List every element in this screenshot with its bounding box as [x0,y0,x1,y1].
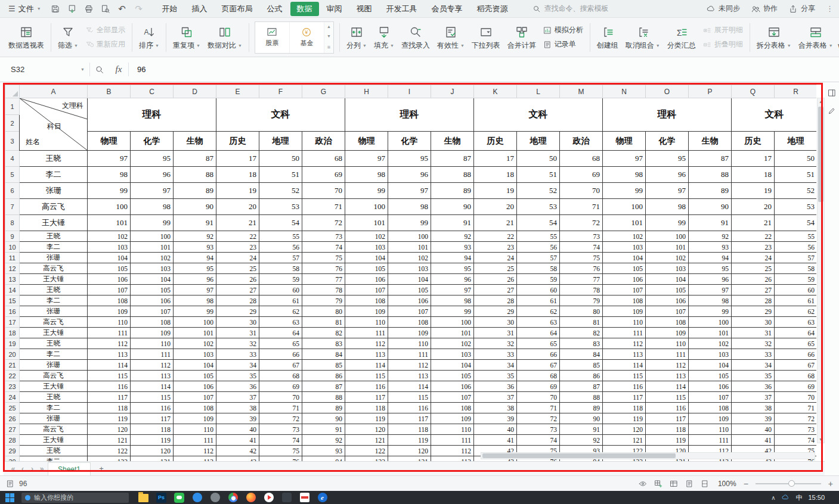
cell-H7[interactable]: 100 [345,199,388,215]
cell-I8[interactable]: 99 [388,215,431,231]
cell-N27[interactable]: 120 [603,424,646,435]
row-header-10[interactable]: 10 [5,242,20,253]
cell-H13[interactable]: 106 [345,274,388,285]
cell-R28[interactable]: 74 [775,435,817,446]
cell-B27[interactable]: 120 [88,424,131,435]
start-button[interactable] [4,493,16,502]
cell-L19[interactable]: 65 [517,338,560,349]
cell-Q23[interactable]: 36 [732,381,775,392]
cell-P18[interactable]: 101 [689,328,732,338]
cell-F10[interactable]: 56 [259,242,302,253]
cell-P10[interactable]: 93 [689,242,732,253]
cell-C13[interactable]: 104 [131,274,174,285]
cell-M26[interactable]: 90 [560,413,603,424]
cell-K22[interactable]: 35 [474,371,517,381]
scroll-down-icon[interactable]: ▼ [818,437,824,441]
cell-N14[interactable]: 107 [603,285,646,295]
cell-I24[interactable]: 115 [388,392,431,403]
cell-E6[interactable]: 19 [216,183,259,199]
merged-header-文科-4[interactable]: 文科 [474,98,603,132]
cell-B9[interactable]: 102 [88,231,131,242]
cell-F14[interactable]: 60 [259,285,302,295]
cell-P11[interactable]: 94 [689,253,732,263]
sheet-nav-first-icon[interactable]: « [8,465,18,473]
cell-J5[interactable]: 88 [431,167,474,183]
cell-P20[interactable]: 103 [689,349,732,360]
cell-H22[interactable]: 115 [345,371,388,381]
fx-icon[interactable]: fx [109,64,128,74]
column-header-B[interactable]: B [88,85,131,98]
cell-R3[interactable]: 地理 [775,132,817,151]
cell-D4[interactable]: 87 [174,151,216,167]
cell-G15[interactable]: 79 [302,295,345,306]
zoom-out-button[interactable]: − [744,480,748,488]
cell-I13[interactable]: 104 [388,274,431,285]
cell-L3[interactable]: 地理 [517,132,560,151]
row-header-15[interactable]: 15 [5,295,20,306]
dark-app-icon[interactable] [281,493,292,503]
cell-G26[interactable]: 90 [302,413,345,424]
cell-O14[interactable]: 105 [646,285,689,295]
cell-N25[interactable]: 118 [603,403,646,413]
cell-E21[interactable]: 34 [216,360,259,371]
cell-B26[interactable]: 119 [88,413,131,424]
cell-N3[interactable]: 物理 [603,132,646,151]
分类汇总-button[interactable]: Σ分类汇总 [664,23,699,52]
cell-O12[interactable]: 103 [646,263,689,274]
sheet-tab-sheet1[interactable]: Sheet1 [48,462,91,475]
cell-G21[interactable]: 85 [302,360,345,371]
cell-Q5[interactable]: 18 [732,167,775,183]
cell-B29[interactable]: 122 [88,446,131,456]
cell-L10[interactable]: 56 [517,242,560,253]
cell-B23[interactable]: 116 [88,381,131,392]
cell-J6[interactable]: 89 [431,183,474,199]
cell-B12[interactable]: 105 [88,263,131,274]
grid-plus-button[interactable] [654,480,662,488]
cell-I15[interactable]: 106 [388,295,431,306]
cell-H21[interactable]: 114 [345,360,388,371]
cell-F22[interactable]: 68 [259,371,302,381]
cell-M6[interactable]: 70 [560,183,603,199]
重复项-button[interactable]: 重复项▼ [169,23,204,52]
cell-K11[interactable]: 24 [474,253,517,263]
cell-G3[interactable]: 政治 [302,132,345,151]
cell-J22[interactable]: 105 [431,371,474,381]
cell-O13[interactable]: 104 [646,274,689,285]
view-page-button[interactable] [685,480,694,488]
cell-E29[interactable]: 42 [216,446,259,456]
cell-P4[interactable]: 87 [689,151,732,167]
cell-D7[interactable]: 90 [174,199,216,215]
cell-M12[interactable]: 76 [560,263,603,274]
cell-P8[interactable]: 91 [689,215,732,231]
cell-O17[interactable]: 108 [646,317,689,328]
add-sheet-button[interactable]: + [97,464,106,474]
edge-icon[interactable]: e [317,493,327,503]
cell-O6[interactable]: 97 [646,183,689,199]
cell-F7[interactable]: 53 [259,199,302,215]
wps-cloud-button[interactable]: W WPS云 ▼ [837,23,839,51]
cell-L26[interactable]: 72 [517,413,560,424]
cell-I30[interactable]: 121 [388,456,431,462]
cell-M17[interactable]: 81 [560,317,603,328]
cell-C22[interactable]: 113 [131,371,174,381]
cell-F28[interactable]: 74 [259,435,302,446]
collaborate-button[interactable]: 协作 [751,4,778,14]
column-header-P[interactable]: P [689,85,732,98]
cell-H19[interactable]: 112 [345,338,388,349]
cell-I25[interactable]: 116 [388,403,431,413]
row-header-25[interactable]: 25 [5,403,20,413]
cell-E22[interactable]: 35 [216,371,259,381]
cell-N10[interactable]: 103 [603,242,646,253]
column-header-R[interactable]: R [775,85,817,98]
cell-H29[interactable]: 122 [345,446,388,456]
cell-A23[interactable]: 王大锤 [20,381,88,392]
cell-K6[interactable]: 19 [474,183,517,199]
column-header-I[interactable]: I [388,85,431,98]
cell-H12[interactable]: 105 [345,263,388,274]
cell-A4[interactable]: 王晓 [20,151,88,167]
cell-O24[interactable]: 115 [646,392,689,403]
row-header-6[interactable]: 6 [5,183,20,199]
cell-C28[interactable]: 119 [131,435,174,446]
cell-J15[interactable]: 98 [431,295,474,306]
cell-A17[interactable]: 高云飞 [20,317,88,328]
